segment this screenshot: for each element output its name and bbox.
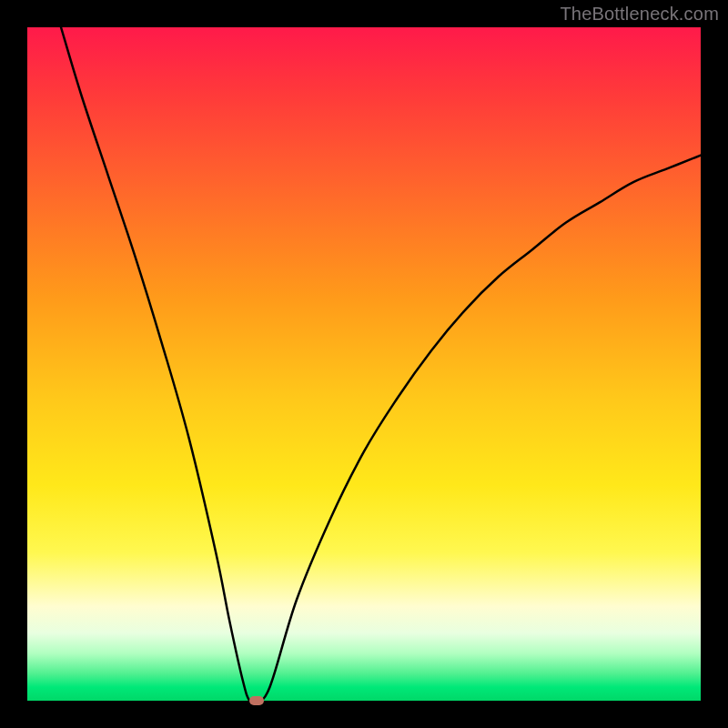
curve-svg [27,27,701,701]
plot-area [27,27,701,701]
attribution-text: TheBottleneck.com [560,4,719,25]
chart-canvas: TheBottleneck.com [0,0,728,728]
minimum-marker [249,696,264,705]
bottleneck-curve-path [61,27,701,701]
